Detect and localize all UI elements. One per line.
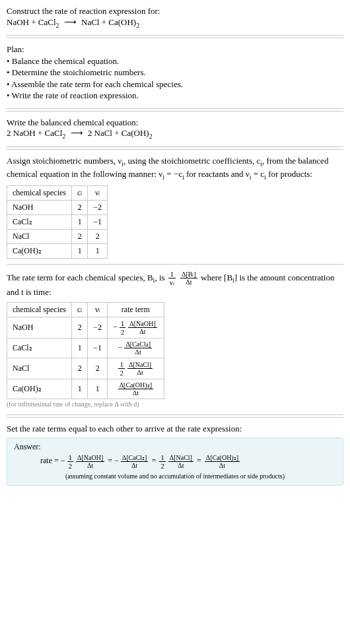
arrow-icon: ⟶ — [61, 17, 79, 27]
plan-item: Determine the stoichiometric numbers. — [12, 67, 146, 77]
balanced-intro: Write the balanced chemical equation: — [7, 117, 343, 129]
balanced-equation: 2 NaOH + CaCl2 ⟶ 2 NaCl + Ca(OH)2 — [7, 128, 343, 140]
lhs: 2 NaOH + CaCl — [7, 128, 62, 138]
rhs: NaCl + Ca(OH) — [81, 17, 136, 27]
denominator: νᵢ — [168, 278, 176, 286]
numerator: 1 — [168, 270, 176, 278]
text: = −c — [164, 169, 182, 179]
answer-note: (assuming constant volume and no accumul… — [14, 472, 336, 480]
plan-bullet: • Balance the chemical equation. — [7, 55, 343, 67]
plan-item: Balance the chemical equation. — [12, 56, 119, 66]
stoich-table: chemical speciescᵢνᵢNaOH2−2CaCl₂1−1NaCl2… — [7, 185, 108, 259]
plan-bullet: • Assemble the rate term for each chemic… — [7, 79, 343, 90]
sub: 2 — [62, 133, 65, 140]
answer-label: Answer: — [14, 442, 336, 452]
text: = c — [251, 169, 264, 179]
denominator: Δt — [180, 278, 197, 286]
text: , using the stoichiometric coefficients,… — [123, 156, 260, 166]
plan-item: Assemble the rate term for each chemical… — [11, 79, 183, 89]
rate-prefix: rate = — [40, 456, 61, 465]
numerator: Δ[Bᵢ] — [180, 271, 197, 278]
text: where [B — [201, 273, 232, 282]
unbalanced-equation: NaOH + CaCl2 ⟶ NaCl + Ca(OH)2 — [7, 17, 343, 29]
set-equal-paragraph: Set the rate terms equal to each other t… — [7, 423, 343, 435]
infinitesimal-note: (for infinitesimal rate of change, repla… — [7, 401, 343, 408]
rate-term-table: chemical speciescᵢνᵢrate termNaOH2−2−12Δ… — [7, 302, 164, 399]
rhs: 2 NaCl + Ca(OH) — [88, 128, 149, 138]
plan-bullet: • Write the rate of reaction expression. — [7, 90, 343, 102]
sub: 2 — [56, 21, 59, 28]
fraction: Δ[Bᵢ]Δt — [180, 271, 197, 286]
plan-bullet: • Determine the stoichiometric numbers. — [7, 67, 343, 79]
rate-expression: rate = −12Δ[NaOH]Δt = −Δ[CaCl₂]Δt = 12Δ[… — [14, 453, 336, 470]
text: for reactants and ν — [184, 169, 250, 179]
text: Assign stoichiometric numbers, ν — [7, 156, 122, 166]
text: The rate term for each chemical species,… — [7, 273, 153, 282]
rate-paragraph: The rate term for each chemical species,… — [7, 270, 343, 298]
plan-item: Write the rate of reaction expression. — [12, 90, 139, 100]
sub: 2 — [136, 21, 139, 28]
fraction: 1νᵢ — [168, 270, 176, 286]
lhs: NaOH + CaCl — [7, 17, 56, 27]
stoich-paragraph: Assign stoichiometric numbers, νi, using… — [7, 155, 343, 181]
plan-header: Plan: — [7, 44, 343, 55]
text: , is — [155, 273, 166, 282]
sub: 2 — [149, 133, 153, 140]
arrow-icon: ⟶ — [68, 128, 86, 138]
answer-box: Answer: rate = −12Δ[NaOH]Δt = −Δ[CaCl₂]Δ… — [7, 437, 343, 486]
prompt-line: Construct the rate of reaction expressio… — [7, 5, 343, 17]
text: for products: — [266, 169, 312, 179]
